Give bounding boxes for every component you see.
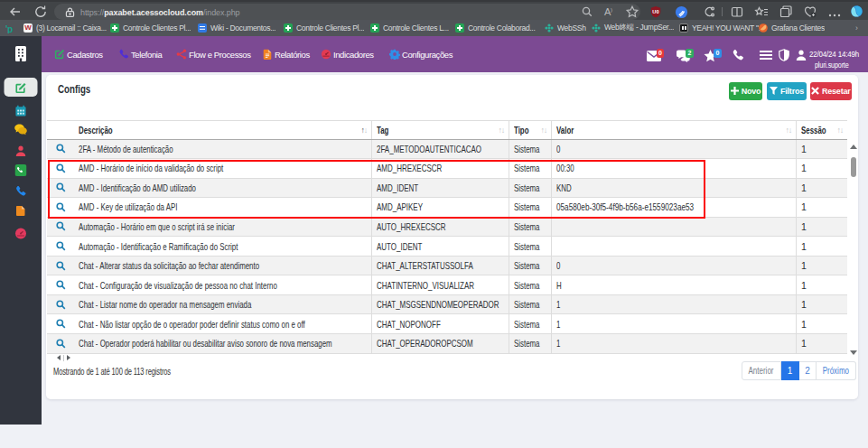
svg-text:U0: U0 [652, 9, 658, 14]
svg-text:): ) [611, 7, 612, 13]
svg-text:'p: 'p [5, 23, 13, 33]
